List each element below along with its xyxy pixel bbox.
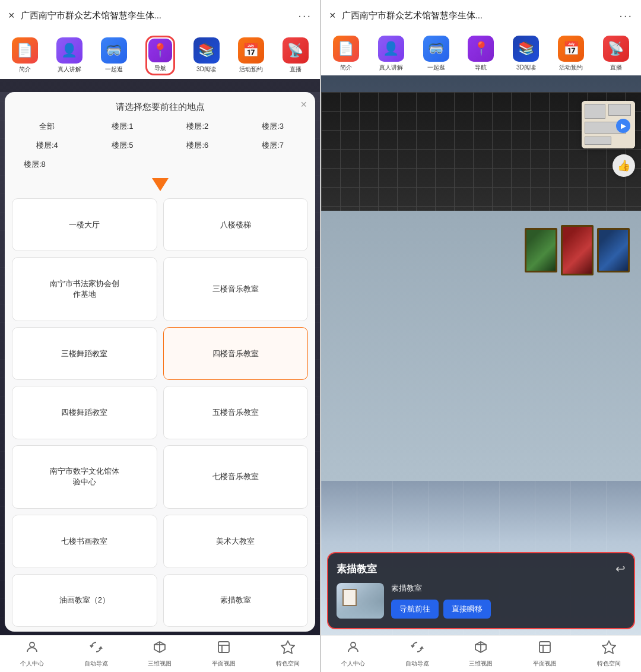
close-icon-left[interactable]: × (8, 9, 15, 22)
floor-tab-8[interactable]: 楼层:8 (12, 157, 158, 172)
location-balou[interactable]: 八楼楼梯 (163, 198, 309, 251)
huodong-icon-r: 📅 (558, 36, 584, 62)
top-bar-right: × 广西南宁市群众艺术馆智慧孪生体... ··· (321, 0, 641, 31)
auto-icon-left (89, 640, 103, 658)
nav-huodong-r[interactable]: 📅 活动预约 (558, 36, 584, 72)
bnav-plan-label-right: 平面视图 (533, 660, 557, 668)
svg-point-7 (351, 642, 356, 647)
dialog-close-btn[interactable]: × (300, 99, 307, 110)
dest-card-header: 素描教室 ↩ (337, 562, 626, 576)
nav-icons-left: 📄 简介 👤 真人讲解 🥽 一起逛 📍 导航 📚 3D阅读 📅 活动预约 (0, 31, 320, 79)
map-arrow: ▶ (616, 119, 630, 133)
huodong-label: 活动预约 (239, 65, 263, 74)
floor-tab-all[interactable]: 全部 (12, 119, 82, 134)
nav-icons-right: 📄 简介 👤 真人讲解 🥽 一起逛 📍 导航 📚 3D阅读 📅 活动预约 📡 直… (321, 31, 641, 75)
floor-tab-3[interactable]: 楼层:3 (237, 119, 308, 134)
location-digital[interactable]: 南宁市数字文化馆体验中心 (12, 445, 157, 509)
plan-icon-left (217, 640, 231, 658)
dest-back-btn[interactable]: ↩ (615, 562, 626, 576)
floor-tab-7[interactable]: 楼层:7 (237, 138, 308, 153)
bnav-3d-right[interactable]: 三维视图 (469, 640, 493, 668)
bnav-special-left[interactable]: 特色空间 (276, 640, 300, 668)
bnav-auto-label-left: 自动导览 (84, 660, 108, 668)
bnav-3d-label-right: 三维视图 (469, 660, 493, 668)
bnav-3d-label-left: 三维视图 (148, 660, 172, 668)
nav-zhuren-r[interactable]: 👤 真人讲解 (378, 36, 404, 72)
nav-zhibo-r[interactable]: 📡 直播 (603, 36, 629, 72)
nav-3d[interactable]: 📚 3D阅读 (193, 37, 220, 74)
bnav-plan-right[interactable]: 平面视图 (533, 640, 557, 668)
bnav-auto-left[interactable]: 自动导览 (84, 640, 108, 668)
location-7shuhua[interactable]: 七楼书画教室 (12, 515, 157, 568)
location-4wudao[interactable]: 四楼舞蹈教室 (12, 386, 157, 439)
bnav-special-right[interactable]: 特色空间 (597, 640, 621, 668)
floor-tab-1[interactable]: 楼层:1 (87, 119, 158, 134)
painting-3 (597, 228, 630, 272)
nav-3d-r[interactable]: 📚 3D阅读 (513, 36, 539, 72)
daohang-label-r: 导航 (475, 64, 487, 72)
auto-icon-right (410, 640, 424, 658)
navigate-btn[interactable]: 导航前往 (391, 600, 439, 619)
nav-huodong[interactable]: 📅 活动预约 (238, 37, 264, 74)
location-yilou[interactable]: 一楼大厅 (12, 198, 157, 251)
location-sumiao[interactable]: 素描教室 (163, 574, 309, 627)
location-3wudao[interactable]: 三楼舞蹈教室 (12, 327, 157, 380)
floor-tab-2[interactable]: 楼层:2 (163, 119, 233, 134)
bnav-auto-right[interactable]: 自动导览 (405, 640, 429, 668)
yiqi-icon: 🥽 (101, 37, 127, 64)
right-panel: × 广西南宁市群众艺术馆智慧孪生体... ··· 📄 简介 👤 真人讲解 🥽 一… (321, 0, 641, 672)
location-meishu[interactable]: 美术大教室 (163, 515, 309, 568)
svg-marker-13 (602, 641, 615, 654)
nav-jianjie-r[interactable]: 📄 简介 (333, 36, 359, 72)
more-icon-right[interactable]: ··· (619, 9, 633, 23)
nav-yiqi-r[interactable]: 🥽 一起逛 (423, 36, 449, 72)
profile-icon-right (346, 640, 360, 658)
huodong-label-r: 活动预约 (559, 64, 583, 72)
bnav-3d-left[interactable]: 三维视图 (148, 640, 172, 668)
floor-tab-6[interactable]: 楼层:6 (163, 138, 233, 153)
bnav-plan-label-left: 平面视图 (212, 660, 236, 668)
3dview-icon-left (153, 640, 167, 658)
floor-tab-4[interactable]: 楼层:4 (12, 138, 82, 153)
location-dialog: 请选择您要前往的地点 × 全部 楼层:1 楼层:2 楼层:3 楼层:4 楼层:5… (5, 92, 315, 632)
location-4yinyue[interactable]: 四楼音乐教室 (163, 327, 309, 380)
nav-zhuren[interactable]: 👤 真人讲解 (56, 37, 82, 74)
teleport-btn[interactable]: 直接瞬移 (443, 600, 491, 619)
nav-jianjie[interactable]: 📄 简介 (12, 37, 38, 74)
bnav-plan-left[interactable]: 平面视图 (212, 640, 236, 668)
special-icon-left (281, 640, 295, 658)
map-room-1 (585, 104, 605, 119)
dialog-header: 请选择您要前往的地点 × (5, 92, 315, 119)
bottom-nav-left: 个人中心 自动导览 三维视图 (0, 635, 320, 672)
bnav-profile-left[interactable]: 个人中心 (20, 640, 44, 668)
profile-icon-left (25, 640, 39, 658)
location-youhua[interactable]: 油画教室（2） (12, 574, 157, 627)
location-shufa[interactable]: 南宁市书法家协会创作基地 (12, 257, 157, 321)
yiqi-label-r: 一起逛 (427, 64, 445, 72)
destination-card: 素描教室 ↩ 素描教室 导航前往 直接瞬移 (327, 552, 635, 629)
location-7yinyue[interactable]: 七楼音乐教室 (163, 445, 309, 509)
zhibo-label: 直播 (290, 65, 302, 74)
daohang-icon-r: 📍 (468, 36, 494, 62)
svg-rect-3 (218, 642, 229, 652)
close-icon-right[interactable]: × (329, 9, 336, 22)
nav-daohang-r[interactable]: 📍 导航 (468, 36, 494, 72)
zhibo-label-r: 直播 (610, 64, 622, 72)
floor-tab-5[interactable]: 楼层:5 (87, 138, 158, 153)
thumbup-btn[interactable]: 👍 (613, 154, 635, 177)
location-5yinyue[interactable]: 五楼音乐教室 (163, 386, 309, 439)
nav-yiqi[interactable]: 🥽 一起逛 (101, 37, 127, 74)
bnav-profile-right[interactable]: 个人中心 (341, 640, 365, 668)
zhuren-icon-r: 👤 (378, 36, 404, 62)
bnav-auto-label-right: 自动导览 (405, 660, 429, 668)
bnav-special-label-left: 特色空间 (276, 660, 300, 668)
nav-zhibo[interactable]: 📡 直播 (283, 37, 309, 74)
dest-room-name: 素描教室 (391, 583, 626, 594)
nav-daohang[interactable]: 📍 导航 (145, 36, 175, 75)
location-3yinyue[interactable]: 三楼音乐教室 (163, 257, 309, 321)
paintings-row (522, 220, 641, 291)
floor-arrow (5, 178, 315, 191)
zhuren-label: 真人讲解 (58, 65, 81, 74)
3d-icon-r: 📚 (513, 36, 539, 62)
more-icon-left[interactable]: ··· (298, 9, 312, 23)
